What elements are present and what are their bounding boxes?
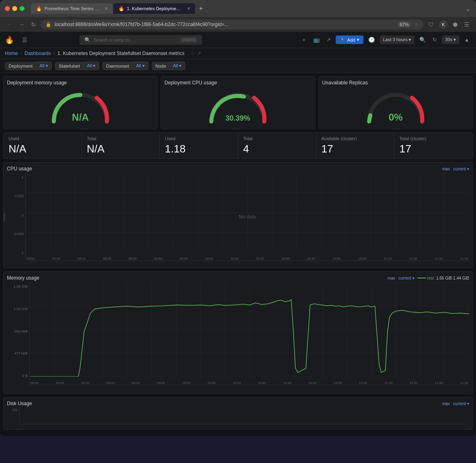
time-range-button[interactable]: Last 3 hours ▾ [380, 35, 415, 44]
disk-chart-panel: Disk Usage max current ▾ 1% [3, 397, 473, 430]
browser-titlebar: 🔥 Prometheus Time Series Collec... × 🔥 1… [0, 0, 476, 17]
daemonset-filter-label: Daemonset [102, 62, 133, 70]
refresh-interval-button[interactable]: 30s ▾ [442, 35, 459, 44]
add-button[interactable]: 🏃 Add ▾ [336, 35, 363, 44]
statefulset-filter-select[interactable]: All ▾ [84, 62, 99, 70]
mem-x-9: 10:20 [258, 381, 266, 385]
cpu-x-14: 11:10 [383, 257, 392, 260]
deployment-filter-select[interactable]: All ▾ [36, 62, 52, 70]
disk-legend-max[interactable]: max [442, 401, 450, 406]
breadcrumb-dashboards[interactable]: Dashboards [24, 51, 51, 56]
shield-icon[interactable]: 🛡 [427, 20, 436, 29]
dashboard-content: Deployment memory usage N/A [0, 73, 476, 436]
tv-mode-icon[interactable]: 📺 [312, 35, 321, 44]
cpu-x-10: 10:30 [281, 257, 290, 260]
stat-total-mem: Total N/A [82, 133, 160, 159]
menu-icon[interactable]: ☰ [463, 20, 471, 29]
mem-x-12: 10:50 [334, 381, 342, 385]
cpu-chart-header: CPU usage max current ▾ [7, 166, 469, 172]
cpu-x-12: 10:50 [332, 257, 341, 260]
maximize-button[interactable] [20, 6, 24, 11]
add-icon: 🏃 [340, 37, 345, 42]
disk-chart-area: 1% [7, 408, 469, 424]
memory-chart-panel: Memory usage max current ▾ real: 1.66 Gi… [3, 271, 473, 394]
memory-legend-current-value: 1.44 GiB [453, 276, 469, 280]
memory-legend-max[interactable]: max [387, 276, 395, 280]
memory-legend-max-value: 1.66 GiB [436, 276, 452, 280]
star-icon[interactable]: ☆ [190, 51, 195, 56]
bookmark-icon[interactable]: ☆ [414, 22, 418, 27]
zoom-out-icon[interactable]: 🔍 [418, 35, 427, 44]
node-filter-select[interactable]: All ▾ [170, 62, 185, 70]
replicas-gauge-container: 0% [322, 89, 469, 126]
cpu-x-11: 10:40 [307, 257, 315, 260]
mem-x-8: 10:10 [233, 381, 241, 385]
mem-x-11: 10:40 [308, 381, 317, 385]
stat-available-cluster: Available (cluster) 17 [317, 133, 395, 159]
stat-total-cpu: Total 4 [238, 133, 317, 159]
reload-button[interactable]: ↻ [29, 20, 38, 29]
stat-total-cluster-label: Total (cluster) [399, 136, 467, 141]
grafana-logo[interactable]: 🔥 [5, 35, 14, 44]
forward-button[interactable]: → [17, 20, 26, 29]
close-button[interactable] [5, 6, 10, 11]
share-icon[interactable]: ↗ [325, 35, 332, 44]
address-bar[interactable]: 🔒 localhost:8888/d/oWe9aYxmk/f017fd7b-1f… [41, 20, 423, 29]
share-dashboard-icon[interactable]: ↗ [197, 51, 201, 56]
memory-chart-header: Memory usage max current ▾ real: 1.66 Gi… [7, 275, 469, 281]
stat-used-mem-label: Used [9, 136, 77, 141]
breadcrumb-home[interactable]: Home [5, 51, 18, 56]
mem-x-15: 11:20 [410, 381, 418, 385]
breadcrumb-current: 1. Kubernetes Deployment Statefullset Da… [58, 51, 184, 56]
mem-x-3: 09:20 [106, 381, 115, 385]
stat-used-cpu-value: 1.18 [165, 143, 233, 155]
mem-x-2: 09:10 [81, 381, 89, 385]
stat-available-cluster-label: Available (cluster) [321, 136, 390, 141]
url-text: localhost:8888/d/oWe9aYxmk/f017fd7b-1f88… [55, 22, 394, 27]
clock-icon[interactable]: 🕐 [367, 35, 376, 44]
stat-used-cpu: Used 1.18 [160, 133, 238, 159]
cpu-x-5: 09:40 [154, 257, 162, 260]
search-bar[interactable]: 🔍 Search or jump to... cmd+k [80, 35, 202, 45]
sidebar-toggle[interactable]: ☰ [20, 35, 29, 45]
disk-legend-current[interactable]: current ▾ [453, 401, 469, 406]
cpu-x-4: 09:30 [128, 257, 137, 260]
statefulset-filter-label: Statefulset [55, 62, 84, 70]
browser-tab-1[interactable]: 🔥 Prometheus Time Series Collec... × [31, 3, 113, 14]
extensions-icon[interactable]: ⬢ [451, 20, 459, 29]
svg-text:30.39%: 30.39% [226, 114, 250, 122]
cpu-chart-plot: No data 08:50 09:00 09:10 09:20 09:30 09… [25, 173, 469, 261]
tab-label-1: Prometheus Time Series Collec... [44, 6, 101, 11]
browser-tabs: 🔥 Prometheus Time Series Collec... × 🔥 1… [31, 3, 462, 14]
minimize-button[interactable] [12, 6, 17, 11]
cpu-chart-legend: max current ▾ [442, 167, 469, 171]
cpu-x-15: 11:20 [409, 257, 417, 260]
stat-total-cpu-label: Total [243, 136, 311, 141]
breadcrumb: Home › Dashboards › 1. Kubernetes Deploy… [0, 48, 476, 59]
window-menu-icon[interactable]: ⌄ [465, 4, 471, 13]
mem-x-4: 09:30 [132, 381, 140, 385]
cpu-y-axis: 1 0.500 0 -0.500 -1 cores [7, 173, 25, 261]
refresh-icon[interactable]: ↻ [431, 35, 438, 44]
back-button[interactable]: ← [5, 20, 14, 29]
search-shortcut: cmd+k [181, 37, 197, 42]
memory-legend-current[interactable]: current ▾ [399, 276, 414, 280]
browser-tab-2[interactable]: 🔥 1. Kubernetes Deployment Stat... × [113, 3, 195, 14]
browser-window: 🔥 Prometheus Time Series Collec... × 🔥 1… [0, 0, 476, 436]
memory-gauge-title: Deployment memory usage [7, 80, 154, 86]
settings-icon[interactable]: ▲ [463, 35, 471, 44]
tab-close-1[interactable]: × [105, 6, 108, 11]
stat-total-mem-label: Total [87, 136, 155, 141]
add-panel-icon[interactable]: ＋ [299, 35, 308, 45]
new-tab-button[interactable]: + [196, 3, 206, 14]
node-filter-label: Node [152, 62, 170, 70]
tab-close-2[interactable]: × [187, 6, 190, 11]
profile-icon[interactable]: K [439, 20, 448, 29]
cpu-legend-max[interactable]: max [442, 167, 450, 171]
chevron-down-icon: ▾ [357, 37, 359, 42]
cpu-legend-current[interactable]: current ▾ [453, 167, 469, 171]
mem-x-1: 09:00 [56, 381, 64, 385]
disk-y-tick: 1% [12, 408, 18, 412]
daemonset-filter-select[interactable]: All ▾ [133, 62, 148, 70]
memory-gauge-container: N/A [7, 89, 154, 126]
